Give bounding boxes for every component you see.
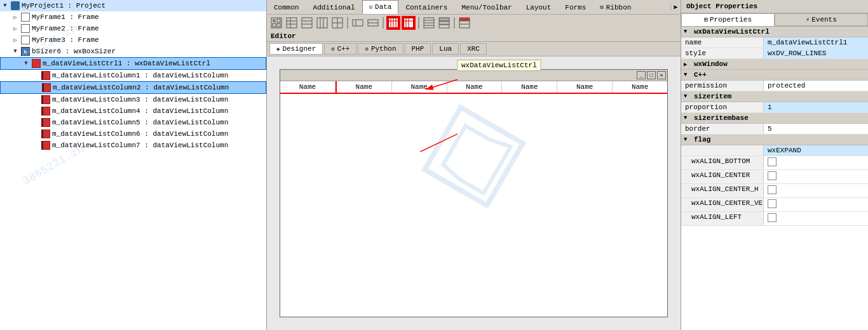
prop-align-left-row: wxALIGN_LEFT <box>681 212 868 226</box>
prop-style-value[interactable]: wxDV_ROW_LINES <box>764 48 868 58</box>
tab-ribbon[interactable]: ⊟ Ribbon <box>593 0 638 14</box>
prop-permission-value[interactable]: protected <box>764 81 868 91</box>
tree-item-frame1[interactable]: ▷ MyFrame1 : Frame <box>0 11 266 23</box>
editor-tab-lua[interactable]: Lua <box>432 43 459 55</box>
col-header-6: Name <box>557 81 613 93</box>
flag-align-bottom-check[interactable] <box>764 156 868 169</box>
expand-icon <box>32 96 39 103</box>
editor-tab-xrc[interactable]: XRC <box>460 43 487 55</box>
tab-properties[interactable]: ⊞ Properties <box>681 13 775 26</box>
tab-events[interactable]: ⚡ Events <box>775 13 868 26</box>
data-tab-icon: ⊞ <box>369 4 372 11</box>
expand-icon <box>32 72 39 79</box>
section-sizeritembase-expand[interactable]: ▼ <box>684 115 691 121</box>
minimize-button[interactable]: _ <box>637 71 646 79</box>
python-label: Python <box>371 45 397 53</box>
widget-watermark <box>396 79 552 236</box>
checkbox-align-center-ve[interactable] <box>768 199 776 208</box>
section-sizeritem-label: sizeritem <box>694 93 731 100</box>
maximize-button[interactable]: □ <box>647 71 656 79</box>
tb-icon-1[interactable] <box>269 16 283 30</box>
section-sizeritembase: ▼ sizeritembase <box>681 113 868 124</box>
tab-scroll-right[interactable]: ▶ <box>670 3 681 11</box>
tree-item-frame2[interactable]: ▷ MyFrame2 : Frame <box>0 23 266 34</box>
tree-item-col4[interactable]: m_dataViewListColumn4 : dataViewListColu… <box>0 105 266 117</box>
tab-forms[interactable]: Forms <box>558 0 593 14</box>
tb-icon-3[interactable] <box>300 16 314 30</box>
checkbox-align-center[interactable] <box>768 171 776 180</box>
tb-icon-7[interactable] <box>366 16 380 30</box>
tb-icon-grid2[interactable] <box>437 16 451 30</box>
tab-menu-toolbar-label: Menu/Toolbar <box>461 4 512 11</box>
flag-align-left-check[interactable] <box>764 212 868 225</box>
tree-item-ctrl[interactable]: ▼ m_dataViewListCtrl1 : wxDataViewListCt… <box>0 57 266 70</box>
section-window-expand[interactable]: ▶ <box>684 61 691 68</box>
checkbox-align-center-h[interactable] <box>768 185 776 194</box>
tree-label-col5: m_dataViewListColumn5 : dataViewListColu… <box>52 119 228 126</box>
tree-item-col6[interactable]: m_dataViewListColumn6 : dataViewListColu… <box>0 128 266 140</box>
tree-label-col2: m_dataViewListColumn2 : dataViewListColu… <box>53 84 229 91</box>
prop-flag-value[interactable]: wxEXPAND <box>764 145 868 155</box>
flag-align-center-label: wxALIGN_CENTER <box>681 170 764 183</box>
tree-item-col3[interactable]: m_dataViewListColumn3 : dataViewListColu… <box>0 94 266 105</box>
close-button[interactable]: ✕ <box>657 71 666 79</box>
expand-icon: ▼ <box>1 2 9 10</box>
svg-rect-12 <box>317 18 327 28</box>
flag-align-center-check[interactable] <box>764 170 868 183</box>
svg-rect-37 <box>439 25 449 28</box>
flag-align-center-ve-check[interactable] <box>764 198 868 211</box>
editor-tab-php[interactable]: PHP <box>405 43 431 55</box>
tb-icon-4[interactable] <box>315 16 329 30</box>
designer-icon: ◈ <box>276 46 280 53</box>
flag-align-center-h-check[interactable] <box>764 184 868 197</box>
tree-item-col7[interactable]: m_dataViewListColumn7 : dataViewListColu… <box>0 140 266 151</box>
toolbar-tabs: Common Additional ⊞ Data Containers Menu… <box>267 0 681 15</box>
props-icon: ⊞ <box>704 16 708 23</box>
tab-ribbon-label: Ribbon <box>606 4 632 11</box>
prop-name-value[interactable]: m_dataViewListCtrl1 <box>764 37 868 48</box>
cpp-label: C++ <box>337 45 350 53</box>
tab-data[interactable]: ⊞ Data <box>362 0 399 14</box>
python-icon: ⊙ <box>365 46 368 53</box>
tree-item-project[interactable]: ▼ MyProject1 : Project <box>0 0 266 11</box>
tb-icon-list1[interactable] <box>458 16 471 30</box>
project-icon <box>10 1 20 11</box>
tree-item-col2[interactable]: m_dataViewListColumn2 : dataViewListColu… <box>0 81 266 94</box>
prop-border-value[interactable]: 5 <box>764 124 868 134</box>
tb-icon-6[interactable] <box>351 16 365 30</box>
tree-item-sizer[interactable]: ▼ b bSizer6 : wxBoxSizer <box>0 46 266 57</box>
prop-name-row: name m_dataViewListCtrl1 <box>681 37 868 48</box>
checkbox-align-bottom[interactable] <box>768 157 776 166</box>
prop-proportion-value[interactable]: 1 <box>764 102 868 112</box>
tb-icon-5[interactable] <box>330 16 344 30</box>
section-flag-expand[interactable]: ▼ <box>684 136 691 143</box>
separator3 <box>418 17 419 29</box>
tree-label-col1: m_dataViewListColumn1 : dataViewListColu… <box>52 72 228 79</box>
tab-menu-toolbar[interactable]: Menu/Toolbar <box>454 0 519 14</box>
expand-icon: ▼ <box>22 60 30 67</box>
tree-item-col1[interactable]: m_dataViewListColumn1 : dataViewListColu… <box>0 70 266 81</box>
editor-tab-designer[interactable]: ◈ Designer <box>269 43 323 55</box>
tree-item-frame3[interactable]: ▷ MyFrame3 : Frame <box>0 34 266 46</box>
svg-rect-5 <box>287 18 297 28</box>
editor-tab-python[interactable]: ⊙ Python <box>358 43 403 55</box>
tb-icon-grid1[interactable] <box>422 16 436 30</box>
tb-icon-2[interactable] <box>285 16 299 30</box>
section-main-expand[interactable]: ▼ <box>684 29 691 35</box>
tree-item-col5[interactable]: m_dataViewListColumn5 : dataViewListColu… <box>0 117 266 128</box>
events-tab-label: Events <box>811 16 837 23</box>
tab-containers-label: Containers <box>405 4 447 11</box>
main-area: Common Additional ⊞ Data Containers Menu… <box>267 0 681 330</box>
tab-common[interactable]: Common <box>267 0 306 14</box>
tb-icon-dvlc[interactable] <box>386 16 400 30</box>
widget-tooltip: wxDataViewListCtrl <box>457 60 541 71</box>
tab-containers[interactable]: Containers <box>398 0 454 14</box>
section-cpp-expand[interactable]: ▼ <box>684 72 691 78</box>
checkbox-align-left[interactable] <box>768 213 776 222</box>
editor-tab-cpp[interactable]: ⊙ C++ <box>324 43 356 55</box>
section-sizeritem-expand[interactable]: ▼ <box>684 93 691 100</box>
tb-icon-dvlc2[interactable] <box>402 16 416 30</box>
editor-header: Editor <box>267 31 681 42</box>
tab-layout[interactable]: Layout <box>519 0 559 14</box>
tab-additional[interactable]: Additional <box>306 0 362 14</box>
